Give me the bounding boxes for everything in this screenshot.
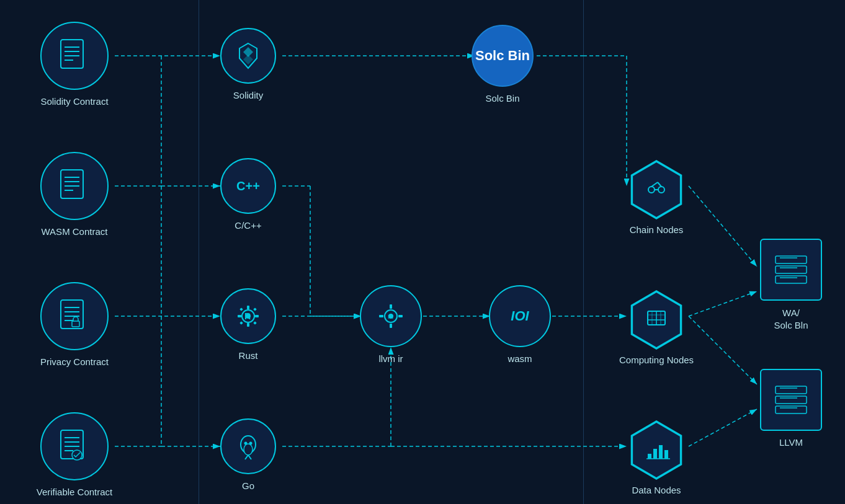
- wa-solc-bln-label: WA/Solc Bln: [756, 307, 826, 331]
- privacy-contract-label: Privacy Contract: [34, 356, 115, 367]
- go-node: [220, 418, 276, 474]
- data-icon: [643, 436, 670, 464]
- llvm-ir-label: llvm ir: [360, 353, 422, 364]
- svg-text:IR: IR: [388, 314, 394, 320]
- solc-bin-text: Solc Bin: [475, 48, 530, 64]
- chain-nodes-container: [627, 160, 686, 219]
- go-icon: [233, 431, 264, 462]
- llvm-label: LLVM: [774, 437, 808, 448]
- doc-icon-privacy: [56, 298, 93, 335]
- divider-right: [583, 0, 584, 504]
- svg-rect-93: [776, 276, 807, 283]
- svg-rect-41: [72, 321, 79, 327]
- svg-rect-26: [61, 40, 83, 68]
- verifiable-contract-label: Verifiable Contract: [31, 487, 118, 497]
- cpp-text: C++: [236, 179, 260, 193]
- svg-rect-86: [648, 454, 651, 459]
- svg-line-25: [689, 409, 757, 446]
- svg-rect-72: [379, 315, 383, 317]
- svg-rect-87: [653, 449, 657, 459]
- data-nodes-label: Data Nodes: [624, 485, 689, 495]
- chain-nodes-label: Chain Nodes: [624, 224, 689, 235]
- data-nodes-hex-inner: [629, 423, 684, 477]
- divider-left: [199, 0, 199, 504]
- wa-solc-icon: [772, 251, 810, 288]
- data-nodes-container: [627, 420, 686, 480]
- wasm-node: IOI: [489, 285, 551, 347]
- cpp-label: C/C++: [220, 220, 276, 231]
- svg-rect-92: [776, 266, 807, 273]
- computing-nodes-label: Computing Nodes: [619, 355, 694, 365]
- solidity-contract-label: Solidity Contract: [40, 96, 109, 107]
- svg-rect-70: [390, 304, 392, 309]
- svg-rect-31: [61, 170, 83, 198]
- svg-point-63: [244, 444, 253, 455]
- verifiable-contract-node: [40, 412, 109, 480]
- rust-label: Rust: [220, 350, 276, 361]
- go-label: Go: [220, 480, 276, 491]
- svg-rect-54: [247, 323, 249, 327]
- rust-node: R: [220, 288, 276, 344]
- solc-bin-node: Solc Bin: [472, 25, 534, 87]
- cpp-node: C++: [220, 158, 276, 214]
- solidity-contract-node: [40, 22, 109, 90]
- wasm-label: wasm: [489, 353, 551, 364]
- svg-point-75: [648, 187, 655, 193]
- solidity-node: [220, 28, 276, 84]
- svg-rect-58: [253, 307, 257, 311]
- svg-rect-99: [776, 406, 807, 413]
- svg-rect-53: [247, 306, 249, 309]
- solidity-label: Solidity: [220, 90, 276, 100]
- arrows-svg: [0, 0, 845, 504]
- chain-nodes-hex: [627, 160, 686, 219]
- svg-rect-71: [390, 324, 392, 328]
- solidity-icon: [233, 41, 263, 71]
- svg-rect-97: [776, 386, 807, 394]
- gear-icon: IR: [375, 301, 406, 332]
- llvm-ir-node: IR: [360, 285, 422, 347]
- wa-solc-bln-node: [760, 239, 822, 301]
- doc-icon-wasm: [56, 167, 93, 205]
- svg-rect-89: [664, 450, 668, 459]
- chain-icon: [643, 176, 670, 203]
- wasm-contract-node: [40, 152, 109, 220]
- wasm-text: IOI: [511, 308, 529, 324]
- wasm-contract-label: WASM Contract: [40, 226, 109, 237]
- svg-rect-59: [239, 321, 243, 325]
- doc-icon: [56, 37, 93, 74]
- computing-nodes-hex-inner: [629, 293, 684, 347]
- doc-icon-verifiable: [56, 428, 93, 465]
- data-nodes-hex: [627, 420, 686, 480]
- solc-bin-label: Solc Bin: [472, 93, 534, 104]
- svg-point-76: [658, 187, 664, 193]
- svg-rect-60: [253, 321, 257, 325]
- svg-point-66: [244, 442, 248, 445]
- privacy-contract-node: [40, 282, 109, 350]
- rust-icon: R: [233, 301, 264, 332]
- svg-rect-88: [659, 445, 663, 459]
- svg-rect-55: [238, 315, 241, 317]
- svg-rect-98: [776, 396, 807, 404]
- svg-text:R: R: [244, 311, 251, 321]
- svg-rect-91: [776, 256, 807, 263]
- svg-rect-56: [255, 315, 259, 317]
- svg-line-65: [248, 455, 251, 459]
- svg-line-79: [658, 182, 661, 187]
- svg-line-64: [245, 455, 248, 459]
- svg-line-78: [651, 182, 658, 187]
- llvm-node: [760, 369, 822, 431]
- svg-line-22: [689, 186, 757, 267]
- svg-point-67: [249, 442, 253, 445]
- svg-rect-73: [398, 315, 403, 317]
- llvm-icon: [772, 381, 810, 418]
- chain-nodes-hex-inner: [629, 162, 684, 217]
- svg-line-24: [689, 316, 757, 384]
- computing-icon: [643, 306, 670, 334]
- svg-line-23: [689, 291, 757, 316]
- computing-nodes-container: [627, 290, 686, 350]
- svg-rect-57: [239, 307, 243, 311]
- svg-marker-50: [243, 55, 253, 64]
- computing-nodes-hex: [627, 290, 686, 350]
